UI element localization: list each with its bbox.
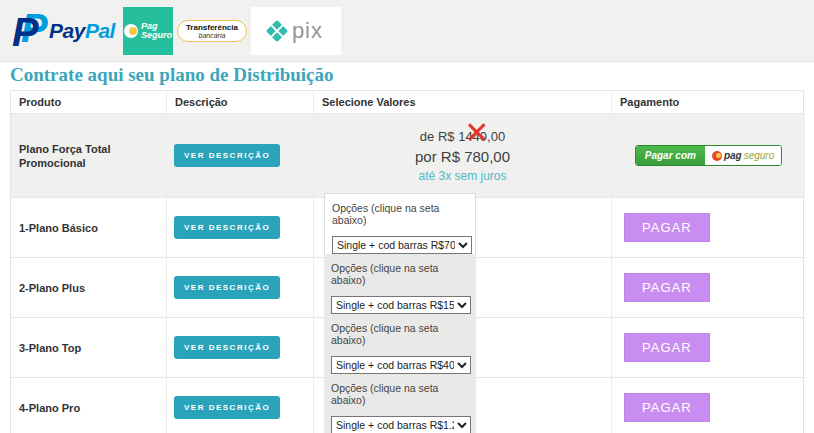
price-option-select[interactable]: Single + cod barras R$150,00 bbox=[331, 296, 471, 314]
table-row-payment: PAGAR bbox=[611, 317, 805, 377]
price-option-select[interactable]: Single + cod barras R$1.230,00 bbox=[331, 416, 471, 433]
pix-wordmark: pix bbox=[292, 20, 323, 42]
bank-transfer-title: Transferência bbox=[186, 23, 238, 32]
table-row-product: 2-Plano Plus bbox=[11, 257, 166, 317]
pagar-button[interactable]: PAGAR bbox=[624, 393, 710, 422]
options-panel: Opções (clique na seta abaixo) Single + … bbox=[324, 254, 476, 321]
paypal-logo: P P PayPal bbox=[12, 10, 115, 52]
original-price: de R$ 1440,00 ✕ bbox=[420, 129, 505, 144]
options-label: Opções (clique na seta abaixo) bbox=[331, 382, 469, 406]
table-row-options: Opções (clique na seta abaixo) Single + … bbox=[313, 377, 611, 433]
table-row-product: 1-Plano Básico bbox=[11, 197, 166, 257]
column-header-produto: Produto bbox=[11, 91, 166, 113]
options-panel: Opções (clique na seta abaixo) Single + … bbox=[324, 314, 476, 381]
table-row-options: Opções (clique na seta abaixo) Single + … bbox=[313, 257, 611, 317]
table-row-promo-product: Plano Força Total Promocional bbox=[11, 113, 166, 197]
pix-logo: pix bbox=[251, 7, 341, 55]
product-name: Plano Força Total Promocional bbox=[19, 142, 134, 170]
page-title: Contrate aqui seu plano de Distribuição bbox=[10, 64, 334, 86]
table-row-product: 4-Plano Pro bbox=[11, 377, 166, 433]
table-row-payment: PAGAR bbox=[611, 377, 805, 433]
table-row-payment: PAGAR bbox=[611, 197, 805, 257]
pagar-button[interactable]: PAGAR bbox=[624, 333, 710, 362]
product-name: 1-Plano Básico bbox=[19, 221, 134, 235]
ver-descricao-button[interactable]: VER DESCRIÇÃO bbox=[174, 144, 280, 167]
ver-descricao-button[interactable]: VER DESCRIÇÃO bbox=[174, 396, 280, 419]
paypal-icon: P P bbox=[12, 10, 46, 52]
bank-transfer-badge: Transferência bancária bbox=[177, 20, 247, 42]
options-panel: Opções (clique na seta abaixo) Single + … bbox=[324, 374, 476, 433]
options-label: Opções (clique na seta abaixo) bbox=[331, 322, 469, 346]
pagseguro-pay-button[interactable]: Pagar com pag seguro bbox=[635, 145, 783, 166]
column-header-selecione-valores: Selecione Valores bbox=[313, 91, 611, 113]
table-row-description: VER DESCRIÇÃO bbox=[166, 197, 313, 257]
product-name: 4-Plano Pro bbox=[19, 401, 134, 415]
column-header-pagamento: Pagamento bbox=[611, 91, 805, 113]
pagar-com-label: Pagar com bbox=[636, 146, 705, 165]
ver-descricao-button[interactable]: VER DESCRIÇÃO bbox=[174, 216, 280, 239]
table-row-description: VER DESCRIÇÃO bbox=[166, 377, 313, 433]
ver-descricao-button[interactable]: VER DESCRIÇÃO bbox=[174, 276, 280, 299]
options-panel: Opções (clique na seta abaixo) Single + … bbox=[324, 193, 476, 262]
checkout-page: P P PayPal Pag Seguro Transferência banc… bbox=[0, 0, 814, 433]
pagseguro-circle-icon bbox=[712, 151, 722, 161]
table-row-promo-payment: Pagar com pag seguro bbox=[611, 113, 805, 197]
plans-table: Produto Descrição Selecione Valores Paga… bbox=[10, 90, 804, 433]
table-row-options: Opções (clique na seta abaixo) Single + … bbox=[313, 317, 611, 377]
column-header-descricao: Descrição bbox=[166, 91, 313, 113]
options-label: Opções (clique na seta abaixo) bbox=[331, 262, 469, 286]
product-name: 3-Plano Top bbox=[19, 341, 134, 355]
table-row-description: VER DESCRIÇÃO bbox=[166, 317, 313, 377]
promo-price: por R$ 780,00 bbox=[415, 148, 510, 165]
pagseguro-circle-icon bbox=[124, 24, 138, 38]
price-option-select[interactable]: Single + cod barras R$70,00 bbox=[332, 236, 472, 254]
table-row-product: 3-Plano Top bbox=[11, 317, 166, 377]
bank-transfer-subtitle: bancária bbox=[186, 32, 238, 39]
pagar-button[interactable]: PAGAR bbox=[624, 273, 710, 302]
options-label: Opções (clique na seta abaixo) bbox=[332, 202, 468, 226]
table-row-description: VER DESCRIÇÃO bbox=[166, 257, 313, 317]
paypal-wordmark: PayPal bbox=[49, 19, 115, 43]
pagseguro-logo: Pag Seguro bbox=[123, 7, 173, 55]
table-row-promo-description: VER DESCRIÇÃO bbox=[166, 113, 313, 197]
installments-note: até 3x sem juros bbox=[418, 169, 506, 183]
table-row-options: Opções (clique na seta abaixo) Single + … bbox=[313, 197, 611, 257]
product-name: 2-Plano Plus bbox=[19, 281, 134, 295]
table-row-payment: PAGAR bbox=[611, 257, 805, 317]
pagseguro-button-brand: pag seguro bbox=[705, 146, 781, 165]
ver-descricao-button[interactable]: VER DESCRIÇÃO bbox=[174, 336, 280, 359]
pagseguro-wordmark: Pag Seguro bbox=[141, 22, 172, 40]
price-option-select[interactable]: Single + cod barras R$400,00 bbox=[331, 356, 471, 374]
payment-methods-bar: P P PayPal Pag Seguro Transferência banc… bbox=[0, 0, 814, 62]
pagar-button[interactable]: PAGAR bbox=[624, 213, 710, 242]
table-row-promo-prices: de R$ 1440,00 ✕ por R$ 780,00 até 3x sem… bbox=[313, 113, 611, 197]
pix-diamond-icon bbox=[266, 19, 289, 42]
